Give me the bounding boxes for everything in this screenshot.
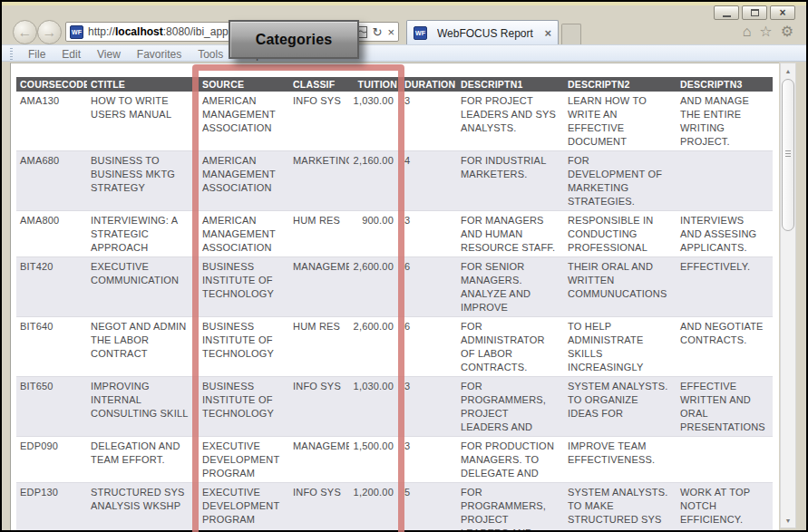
table-cell: HUM RES [289,211,349,257]
table-cell: 3 [401,437,457,483]
browser-window: × ← → WF http://localhost:8080/ibi_apps/… [0,0,808,532]
table-cell: MANAGEMENT [289,257,349,317]
table-cell: BIT650 [16,377,87,437]
menu-item-edit[interactable]: Edit [54,48,89,61]
table-cell: WORK AT TOP NOTCH EFFICIENCY. [677,483,773,531]
table-cell: 6 [401,257,457,317]
table-cell: AMERICAN MANAGEMENT ASSOCIATION [199,92,289,151]
table-cell: FOR ADMINISTRATOR OF LABOR CONTRACTS. [457,317,564,377]
scroll-up-icon[interactable]: ▲ [781,63,795,78]
column-header-descriptn1: DESCRIPTN1 [457,77,564,92]
table-cell: INFO SYS [289,483,349,531]
table-cell [677,151,773,211]
table-cell: HOW TO WRITE USERS MANUAL [87,92,199,151]
column-header-coursecode: COURSECODE [16,77,87,92]
callout-label: Categories [256,32,333,48]
vertical-scrollbar[interactable]: ▲ ▼ [780,63,796,528]
menu-grip-handle[interactable] [10,48,13,60]
column-header-descriptn2: DESCRIPTN2 [564,77,677,92]
column-header-source: SOURCE [199,77,289,92]
table-cell: 2,600.00 [349,257,401,317]
table-cell: INTERVIEWING: A STRATEGIC APPROACH [87,211,199,257]
table-cell: 6 [401,317,457,377]
column-header-classif: CLASSIF [289,77,349,92]
table-row: AMA130HOW TO WRITE USERS MANUALAMERICAN … [16,92,773,151]
tab-close-icon[interactable]: × [544,26,551,40]
scroll-down-icon[interactable]: ▼ [781,513,795,527]
new-tab-button[interactable] [561,24,581,45]
scrollbar-thumb[interactable] [782,79,794,231]
maximize-button[interactable] [742,5,767,20]
back-button[interactable]: ← [13,20,37,44]
favorites-star-icon[interactable]: ☆ [759,24,772,39]
table-cell: IMPROVING INTERNAL CONSULTING SKILL [87,377,199,437]
table-cell: FOR DEVELOPMENT OF MARKETING STRATEGIES. [564,151,677,211]
minimize-icon [723,15,731,17]
report-page: COURSECODECTITLESOURCECLASSIFTUITIONDURA… [10,63,779,530]
menu-item-tools[interactable]: Tools [190,48,231,61]
table-cell: 3 [401,211,457,257]
table-cell: 1,030.00 [349,92,401,151]
table-cell: MARKETING [289,151,349,211]
table-cell: TO HELP ADMINISTRATE SKILLS INCREASINGLY [564,317,677,377]
table-body: AMA130HOW TO WRITE USERS MANUALAMERICAN … [16,92,773,530]
table-cell: 4 [401,151,457,211]
table-row: BIT650IMPROVING INTERNAL CONSULTING SKIL… [16,377,773,437]
tab-webfocus-report[interactable]: WF WebFOCUS Report × [406,20,559,45]
table-cell: EDP130 [16,483,87,531]
table-cell: RESPONSIBLE IN CONDUCTING PROFESSIONAL [564,211,677,257]
table-cell: FOR PROGRAMMERS, PROJECT LEADERS AND [457,483,564,531]
table-cell: EFFECTIVELY. [677,257,773,317]
table-cell: THEIR ORAL AND WRITTEN COMMUNUCATIONS [564,257,677,317]
close-button[interactable]: × [770,5,795,20]
column-header-descriptn3: DESCRIPTN3 [677,77,773,92]
table-header-row: COURSECODECTITLESOURCECLASSIFTUITIONDURA… [16,77,773,92]
table-cell: AND NEGOTIATE CONTRACTS. [677,317,773,377]
table-cell: BUSINESS INSTITUTE OF TECHNOLOGY [199,377,289,437]
table-row: AMA800INTERVIEWING: A STRATEGIC APPROACH… [16,211,773,257]
table-cell: EDP090 [16,437,87,483]
course-report-table: COURSECODECTITLESOURCECLASSIFTUITIONDURA… [16,77,773,530]
table-cell: AMA680 [16,151,87,211]
forward-button[interactable]: → [37,20,62,44]
table-cell: 1,030.00 [349,377,401,437]
webfocus-favicon: WF [70,25,83,39]
menu-item-favorites[interactable]: Favorites [129,48,190,61]
table-cell: BUSINESS INSTITUTE OF TECHNOLOGY [199,257,289,317]
table-cell: AMA800 [16,211,87,257]
table-cell: FOR PRODUCTION MANAGERS. TO DELEGATE AND [457,437,564,483]
menu-item-view[interactable]: View [89,48,129,61]
table-cell: DELEGATION AND TEAM EFFORT. [87,437,199,483]
table-cell: INFO SYS [289,92,349,151]
table-cell: 2,160.00 [349,151,401,211]
window-frame-top [2,2,806,5]
table-cell: EXECUTIVE DEVELOPMENT PROGRAM [199,437,289,483]
table-cell: FOR SENIOR MANAGERS. ANALYZE AND IMPROVE [457,257,564,317]
table-cell: EXECUTIVE DEVELOPMENT PROGRAM [199,483,289,531]
minimize-button[interactable] [714,5,739,20]
table-row: AMA680BUSINESS TO BUSINESS MKTG STRATEGY… [16,151,773,211]
table-cell: 1,500.00 [349,437,401,483]
stop-icon[interactable]: × [387,26,394,38]
home-icon[interactable]: ⌂ [743,24,752,39]
back-icon: ← [18,24,33,41]
menu-bar: FileEditViewFavoritesToolsHelp [2,44,806,62]
table-cell: SYSTEM ANALYSTS. TO ORGANIZE IDEAS FOR [564,377,677,437]
table-cell: AMERICAN MANAGEMENT ASSOCIATION [199,211,289,257]
refresh-icon[interactable]: ↻ [373,26,383,38]
table-cell: 5 [401,483,457,531]
table-cell: 3 [401,92,457,151]
table-cell: EFFECTIVE WRITTEN AND ORAL PRESENTATIONS [677,377,773,437]
table-cell: AND MANAGE THE ENTIRE WRITING PROJECT. [677,92,773,151]
table-cell: INFO SYS [289,377,349,437]
table-cell: AMERICAN MANAGEMENT ASSOCIATION [199,151,289,211]
settings-gear-icon[interactable]: ⚙ [781,24,793,39]
table-cell: FOR PROGRAMMERS, PROJECT LEADERS AND [457,377,564,437]
table-cell [677,437,773,483]
table-cell: LEARN HOW TO WRITE AN EFFECTIVE DOCUMENT [564,92,677,151]
table-cell: EXECUTIVE COMMUNICATION [87,257,199,317]
tab-favicon: WF [414,26,427,40]
table-row: BIT640NEGOT AND ADMIN THE LABOR CONTRACT… [16,317,773,377]
table-cell: IMPROVE TEAM EFFECTIVENESS. [564,437,677,483]
menu-item-file[interactable]: File [20,48,54,61]
